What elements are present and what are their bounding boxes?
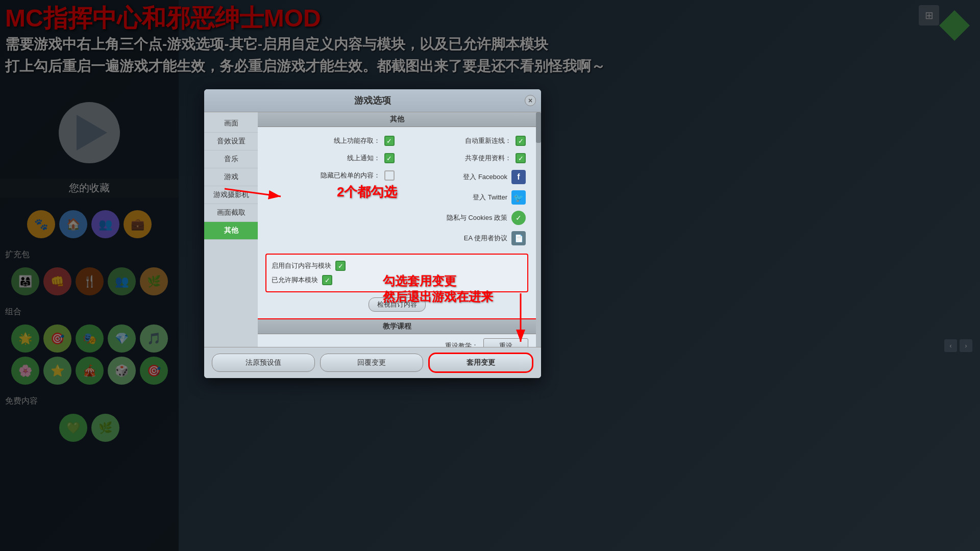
social-facebook-row: 登入 Facebook f xyxy=(397,167,529,187)
dialog-title: 游戏选项 xyxy=(354,95,391,106)
twitter-icon[interactable]: 🐦 xyxy=(511,190,526,205)
custom-option-mods: 启用自订内容与模块 ✓ xyxy=(271,259,523,273)
social-twitter-row: 登入 Twitter 🐦 xyxy=(397,187,529,208)
shield-icon[interactable]: ✓ xyxy=(511,211,526,225)
checkbox-enable-mods[interactable]: ✓ xyxy=(335,261,346,271)
dialog-title-bar: 游戏选项 × xyxy=(204,89,541,112)
option-share-data: 共享使用资料： ✓ xyxy=(397,149,529,167)
nav-item-screenshot[interactable]: 画面截取 xyxy=(204,204,258,222)
doc-icon[interactable]: 📄 xyxy=(511,231,526,245)
close-button[interactable]: × xyxy=(525,95,536,106)
svg-line-1 xyxy=(225,189,281,196)
checkbox-online-access[interactable]: ✓ xyxy=(384,136,395,146)
restore-defaults-button[interactable]: 法原预设值 xyxy=(212,354,315,372)
nav-item-screen[interactable]: 画面 xyxy=(204,115,258,133)
revert-button[interactable]: 回覆变更 xyxy=(320,354,423,372)
arrow-to-checkboxes xyxy=(219,173,286,204)
checkbox-share-data[interactable]: ✓ xyxy=(516,153,526,163)
social-privacy-row: 隐私与 Cookies 政策 ✓ xyxy=(397,208,529,228)
annotation-apply-line2: 然后退出游戏在进来 xyxy=(383,289,493,305)
nav-item-other[interactable]: 其他 xyxy=(204,222,258,240)
annotation-check-both: 2个都勾选 xyxy=(337,184,397,201)
checkbox-hide-owned[interactable] xyxy=(384,170,395,181)
scrollbar-thumb xyxy=(536,112,541,143)
checkbox-auto-reconnect[interactable]: ✓ xyxy=(516,136,526,146)
dialog-footer: 法原预设值 回覆变更 套用变更 xyxy=(204,347,541,378)
checkbox-online-notify[interactable]: ✓ xyxy=(384,153,395,163)
annotation-apply-line1: 勾选套用变更 xyxy=(383,273,493,289)
social-eula-row: EA 使用者协议 📄 xyxy=(397,228,529,248)
nav-item-music[interactable]: 音乐 xyxy=(204,151,258,168)
nav-item-audio[interactable]: 音效设置 xyxy=(204,133,258,151)
option-online-access: 线上功能存取： ✓ xyxy=(265,132,397,149)
options-right-col: 自动重新连线： ✓ 共享使用资料： ✓ 登入 Facebook f xyxy=(397,132,529,248)
facebook-icon[interactable]: f xyxy=(511,170,526,184)
section-other-header: 其他 xyxy=(258,112,536,127)
checkbox-allow-scripts[interactable]: ✓ xyxy=(322,275,332,285)
annotation-apply-instructions: 勾选套用变更 然后退出游戏在进来 xyxy=(383,273,493,305)
dialog-nav: 画面 音效设置 音乐 游戏 游戏摄影机 画面截取 其他 xyxy=(204,112,258,347)
option-auto-reconnect: 自动重新连线： ✓ xyxy=(397,132,529,149)
option-online-notify: 线上通知： ✓ xyxy=(265,149,397,167)
apply-button[interactable]: 套用变更 xyxy=(428,353,533,373)
